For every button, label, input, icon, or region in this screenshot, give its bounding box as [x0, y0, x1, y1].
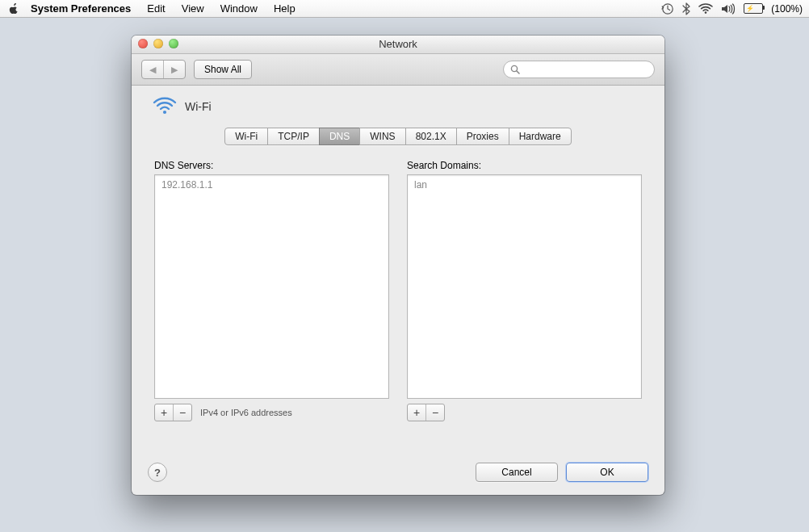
svg-point-1 — [705, 11, 707, 14]
svg-point-4 — [163, 111, 166, 114]
time-machine-icon[interactable] — [661, 2, 674, 15]
window-zoom[interactable] — [169, 39, 178, 48]
tab-wifi[interactable]: Wi-Fi — [224, 128, 268, 145]
bluetooth-icon[interactable] — [682, 2, 690, 15]
ok-button[interactable]: OK — [566, 463, 648, 482]
show-all-button[interactable]: Show All — [194, 60, 252, 79]
volume-icon[interactable] — [721, 3, 736, 15]
search-icon — [510, 65, 520, 74]
battery-percent: (100%) — [771, 3, 803, 15]
search-domains-list[interactable]: lan — [407, 174, 642, 399]
search-domains-label: Search Domains: — [407, 160, 642, 171]
dns-servers-list[interactable]: 192.168.1.1 — [154, 174, 389, 399]
nav-forward[interactable]: ▶ — [163, 61, 185, 78]
dns-add-button[interactable]: + — [155, 404, 173, 421]
menubar: System Preferences Edit View Window Help… — [0, 0, 809, 18]
wifi-icon[interactable] — [698, 3, 713, 15]
nav-back-forward[interactable]: ◀ ▶ — [141, 60, 186, 79]
menu-window[interactable]: Window — [212, 0, 266, 18]
list-item[interactable]: lan — [413, 178, 636, 191]
interface-icon — [153, 97, 177, 116]
tab-8021x[interactable]: 802.1X — [405, 128, 457, 145]
cancel-button[interactable]: Cancel — [476, 463, 558, 482]
domain-add-button[interactable]: + — [408, 404, 425, 421]
battery-icon[interactable]: ⚡ — [744, 3, 763, 14]
svg-line-3 — [517, 71, 519, 73]
window-title: Network — [379, 38, 417, 50]
preferences-window: Network ◀ ▶ Show All Wi-Fi Wi-Fi TCP/IP … — [132, 36, 664, 495]
dns-servers-label: DNS Servers: — [154, 160, 389, 171]
menubar-app[interactable]: System Preferences — [23, 0, 139, 18]
tab-tcpip[interactable]: TCP/IP — [267, 128, 320, 145]
menu-view[interactable]: View — [174, 0, 212, 18]
apple-menu-icon[interactable] — [8, 3, 19, 15]
list-item[interactable]: 192.168.1.1 — [160, 178, 384, 191]
tab-dns[interactable]: DNS — [319, 128, 360, 145]
window-close[interactable] — [138, 39, 148, 48]
tab-hardware[interactable]: Hardware — [509, 128, 572, 145]
help-button[interactable]: ? — [148, 463, 167, 482]
nav-back[interactable]: ◀ — [142, 61, 163, 78]
toolbar: ◀ ▶ Show All — [132, 54, 664, 86]
dns-hint: IPv4 or IPv6 addresses — [200, 408, 292, 417]
tab-wins[interactable]: WINS — [359, 128, 405, 145]
tab-proxies[interactable]: Proxies — [456, 128, 509, 145]
tabs: Wi-Fi TCP/IP DNS WINS 802.1X Proxies Har… — [224, 128, 571, 145]
titlebar: Network — [132, 36, 664, 54]
menu-help[interactable]: Help — [266, 0, 304, 18]
window-minimize[interactable] — [153, 39, 163, 48]
domain-remove-button[interactable]: − — [425, 404, 444, 421]
interface-name: Wi-Fi — [185, 100, 212, 113]
dns-remove-button[interactable]: − — [173, 404, 191, 421]
search-field[interactable] — [503, 61, 655, 78]
menu-edit[interactable]: Edit — [139, 0, 173, 18]
